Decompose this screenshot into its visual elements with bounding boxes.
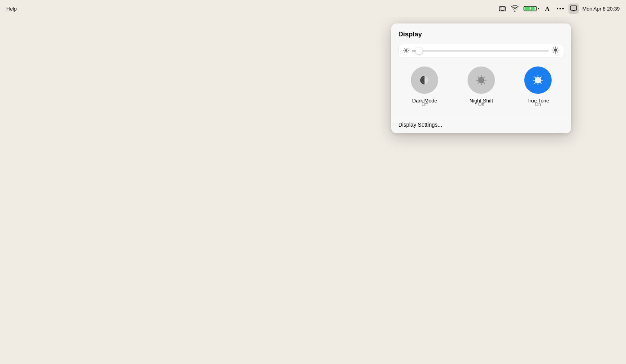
svg-point-26 (554, 48, 557, 52)
svg-line-25 (404, 52, 405, 52)
svg-rect-2 (501, 8, 502, 9)
svg-line-24 (408, 48, 408, 49)
brightness-min-icon (403, 48, 409, 54)
svg-point-15 (562, 8, 564, 9)
night-shift-label-group: Night Shift Off (470, 98, 493, 107)
svg-rect-5 (500, 9, 501, 10)
svg-line-53 (540, 77, 541, 78)
svg-point-37 (478, 77, 484, 83)
brightness-slider-container[interactable] (398, 44, 564, 58)
night-shift-button[interactable]: Night Shift Off (455, 65, 508, 109)
svg-line-23 (408, 52, 408, 52)
menubar-right: A Mon Apr 8 20:39 (498, 4, 620, 14)
svg-line-43 (484, 82, 484, 83)
display-menubar-icon[interactable] (568, 4, 579, 14)
svg-point-13 (557, 8, 558, 9)
svg-line-32 (558, 52, 558, 53)
brightness-max-icon (552, 47, 559, 55)
svg-line-52 (540, 82, 541, 83)
true-tone-icon-circle (524, 66, 552, 94)
svg-point-14 (559, 8, 561, 9)
svg-line-34 (553, 52, 554, 53)
night-shift-icon-circle (468, 66, 495, 94)
menu-help[interactable]: Help (6, 6, 17, 12)
dark-mode-button[interactable]: Dark Mode Off (398, 65, 451, 109)
true-tone-label-group: True Tone On (527, 98, 549, 107)
svg-line-44 (484, 77, 484, 78)
svg-rect-7 (503, 9, 504, 10)
brightness-thumb[interactable] (416, 47, 423, 54)
keyboard-icon[interactable] (498, 4, 507, 13)
svg-line-22 (404, 48, 405, 49)
popup-title: Display (398, 30, 564, 38)
clock: Mon Apr 8 20:39 (583, 6, 620, 12)
svg-line-54 (534, 82, 535, 83)
dark-mode-icon-circle (411, 66, 438, 94)
svg-rect-6 (501, 9, 502, 10)
svg-rect-9 (501, 10, 504, 11)
menubar-left: Help (6, 6, 17, 12)
battery-icon[interactable] (523, 4, 540, 13)
dark-mode-label: Dark Mode Off (412, 98, 437, 107)
display-popup: Display (391, 23, 571, 133)
svg-rect-4 (504, 8, 505, 9)
font-icon[interactable]: A (543, 4, 552, 13)
true-tone-button[interactable]: True Tone On (511, 65, 564, 109)
svg-rect-11 (524, 7, 534, 11)
wifi-icon[interactable] (511, 4, 519, 13)
svg-point-46 (535, 77, 541, 83)
svg-rect-3 (503, 8, 504, 9)
brightness-track[interactable] (412, 50, 549, 52)
svg-rect-16 (570, 6, 577, 10)
display-buttons-row: Dark Mode Off Night Shi (398, 65, 564, 116)
svg-line-45 (478, 82, 479, 83)
menubar: Help (0, 0, 626, 17)
svg-line-31 (553, 48, 554, 48)
ellipsis-icon[interactable] (556, 4, 565, 13)
svg-point-17 (405, 49, 407, 52)
svg-line-42 (478, 77, 479, 78)
svg-rect-8 (504, 9, 505, 10)
svg-text:A: A (545, 5, 550, 12)
svg-rect-1 (500, 8, 501, 9)
svg-line-51 (534, 77, 535, 78)
display-settings-link[interactable]: Display Settings... (398, 116, 564, 133)
svg-line-33 (558, 48, 558, 48)
